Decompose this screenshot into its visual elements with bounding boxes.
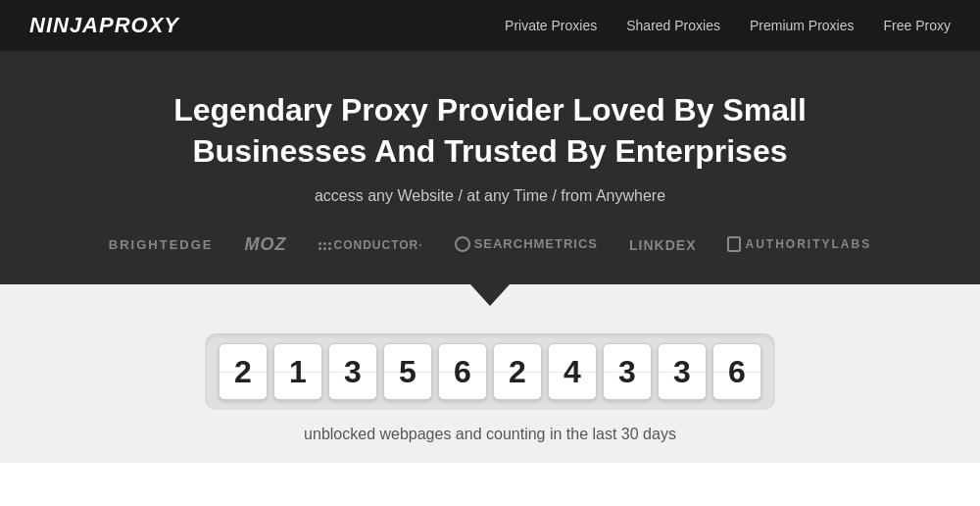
counter-digit-8: 3	[658, 343, 707, 400]
brand-brightedge: BRIGHTEDGE	[109, 237, 214, 252]
nav-link-private[interactable]: Private Proxies	[505, 18, 597, 33]
hero-heading: Legendary Proxy Provider Loved By Small …	[122, 90, 858, 172]
counter-digit-0: 2	[219, 343, 268, 400]
nav-links: Private Proxies Shared Proxies Premium P…	[505, 17, 951, 34]
counter-digit-1: 1	[273, 343, 322, 400]
brand-authoritylabs: AUTHORITYLABS	[727, 237, 871, 253]
counter-digit-6: 4	[548, 343, 597, 400]
nav-item-shared[interactable]: Shared Proxies	[626, 17, 720, 34]
nav-item-private[interactable]: Private Proxies	[505, 17, 597, 34]
brands-bar: BRIGHTEDGE MOZ conductor· searchmetrics …	[20, 234, 960, 255]
counter-digit-3: 5	[383, 343, 432, 400]
counter-section: 2135624336 unblocked webpages and counti…	[0, 306, 980, 463]
logo[interactable]: NINJAPROXY	[29, 13, 179, 38]
brand-searchmetrics: searchmetrics	[455, 236, 598, 253]
nav-link-premium[interactable]: Premium Proxies	[750, 18, 855, 33]
counter-digit-4: 6	[438, 343, 487, 400]
nav-item-premium[interactable]: Premium Proxies	[750, 17, 855, 34]
arrow-container	[0, 284, 980, 306]
hero-subheading: access any Website / at any Time / from …	[20, 187, 960, 205]
nav-link-free[interactable]: Free Proxy	[884, 18, 951, 33]
brand-conductor: conductor·	[318, 238, 423, 252]
navbar: NINJAPROXY Private Proxies Shared Proxie…	[0, 0, 980, 51]
counter-wrapper: 2135624336	[205, 333, 775, 410]
brand-moz: MOZ	[245, 234, 287, 255]
counter-digit-5: 2	[493, 343, 542, 400]
conductor-icon	[318, 242, 331, 250]
counter-digit-9: 6	[712, 343, 761, 400]
nav-item-free[interactable]: Free Proxy	[884, 17, 951, 34]
counter-label: unblocked webpages and counting in the l…	[20, 426, 960, 443]
brand-linkdex: linkdex	[629, 237, 696, 253]
authoritylabs-icon	[727, 236, 741, 252]
counter-digit-2: 3	[328, 343, 377, 400]
searchmetrics-icon	[455, 236, 470, 252]
counter-digit-7: 3	[603, 343, 652, 400]
nav-link-shared[interactable]: Shared Proxies	[626, 18, 720, 33]
hero-section: Legendary Proxy Provider Loved By Small …	[0, 51, 980, 284]
arrow-down-icon	[470, 284, 510, 306]
